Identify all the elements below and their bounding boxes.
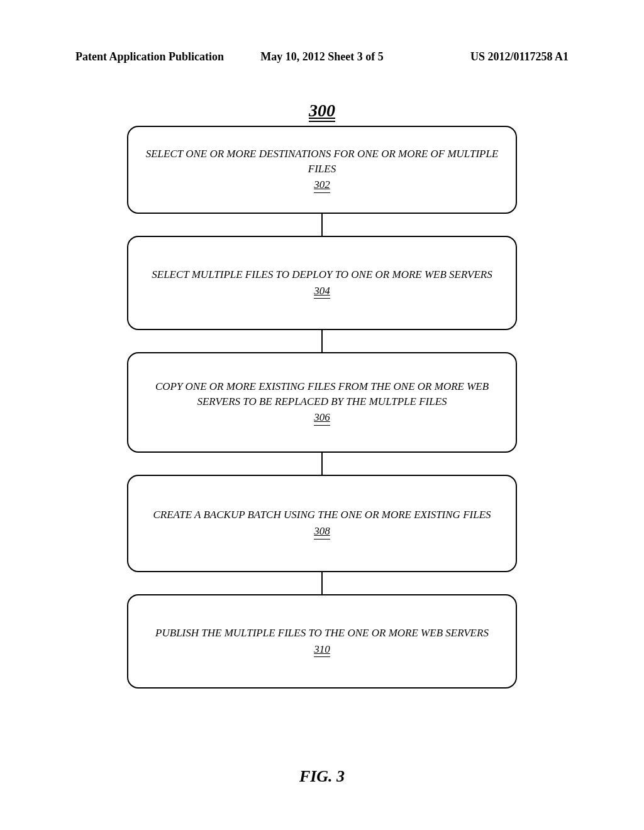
step-text: CREATE A BACKUP BATCH USING THE ONE OR M… bbox=[153, 507, 491, 523]
step-ref: 302 bbox=[314, 177, 330, 193]
header-date-sheet: May 10, 2012 Sheet 3 of 5 bbox=[240, 50, 404, 64]
flowchart-connector bbox=[321, 214, 323, 236]
flowchart-connector bbox=[321, 453, 323, 475]
step-ref: 308 bbox=[314, 524, 330, 540]
step-ref: 304 bbox=[314, 284, 330, 299]
step-ref: 310 bbox=[314, 642, 330, 658]
flowchart-step-308: CREATE A BACKUP BATCH USING THE ONE OR M… bbox=[127, 475, 517, 572]
flowchart-container: SELECT ONE OR MORE DESTINATIONS FOR ONE … bbox=[127, 126, 517, 689]
flowchart-connector bbox=[321, 572, 323, 594]
step-text: COPY ONE OR MORE EXISTING FILES FROM THE… bbox=[141, 379, 503, 409]
header-publication-type: Patent Application Publication bbox=[75, 50, 240, 64]
flowchart-step-304: SELECT MULTIPLE FILES TO DEPLOY TO ONE O… bbox=[127, 236, 517, 330]
flowchart-step-306: COPY ONE OR MORE EXISTING FILES FROM THE… bbox=[127, 352, 517, 453]
step-text: SELECT MULTIPLE FILES TO DEPLOY TO ONE O… bbox=[152, 267, 492, 282]
figure-reference-number: 300 bbox=[309, 101, 335, 122]
step-text: PUBLISH THE MULTIPLE FILES TO THE ONE OR… bbox=[155, 626, 489, 641]
header-patent-number: US 2012/0117258 A1 bbox=[404, 50, 569, 64]
flowchart-connector bbox=[321, 330, 323, 352]
figure-caption: FIG. 3 bbox=[299, 767, 345, 786]
step-ref: 306 bbox=[314, 410, 330, 426]
page-header: Patent Application Publication May 10, 2… bbox=[0, 50, 644, 64]
flowchart-step-310: PUBLISH THE MULTIPLE FILES TO THE ONE OR… bbox=[127, 594, 517, 689]
step-text: SELECT ONE OR MORE DESTINATIONS FOR ONE … bbox=[141, 147, 503, 177]
flowchart-step-302: SELECT ONE OR MORE DESTINATIONS FOR ONE … bbox=[127, 126, 517, 214]
